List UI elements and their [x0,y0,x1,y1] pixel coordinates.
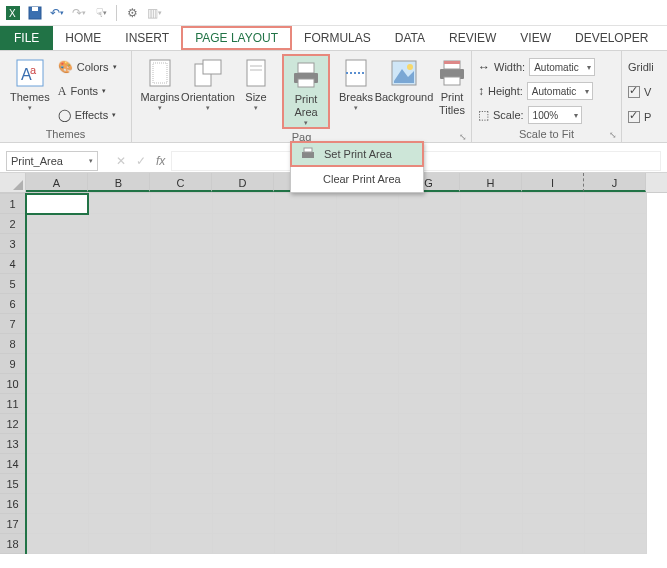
row-header[interactable]: 3 [0,234,26,254]
cell[interactable] [522,534,584,554]
touch-mode-icon[interactable]: ☟▾ [92,4,110,22]
background-button[interactable]: Background [382,54,426,129]
cell[interactable] [336,414,398,434]
cell[interactable] [522,234,584,254]
cell[interactable] [150,454,212,474]
cell[interactable] [88,394,150,414]
row-header[interactable]: 16 [0,494,26,514]
column-header[interactable]: J [584,173,646,192]
cell[interactable] [26,254,88,274]
cell[interactable] [522,474,584,494]
cell[interactable] [88,434,150,454]
row-header[interactable]: 17 [0,514,26,534]
cell[interactable] [150,354,212,374]
cell[interactable] [460,394,522,414]
tab-insert[interactable]: INSERT [113,26,181,50]
cell[interactable] [460,414,522,434]
cells-table[interactable]: 123456789101112131415161718 [0,193,647,554]
row-header[interactable]: 10 [0,374,26,394]
cell[interactable] [460,534,522,554]
cell[interactable] [584,354,646,374]
scale-launcher[interactable]: ⤡ [609,128,617,142]
cell[interactable] [336,194,398,214]
cell[interactable] [398,334,460,354]
cell[interactable] [212,194,274,214]
cell[interactable] [522,374,584,394]
cell[interactable] [460,474,522,494]
cell[interactable] [460,334,522,354]
cell[interactable] [88,334,150,354]
name-box[interactable]: Print_Area▾ [6,151,98,171]
cell[interactable] [274,394,336,414]
tab-home[interactable]: HOME [53,26,113,50]
cell[interactable] [336,494,398,514]
column-header[interactable]: C [150,173,212,192]
cell[interactable] [336,334,398,354]
cell[interactable] [522,414,584,434]
gridlines-view-checkbox[interactable] [628,86,640,98]
row-header[interactable]: 9 [0,354,26,374]
cell[interactable] [26,454,88,474]
cell[interactable] [150,474,212,494]
cancel-formula-icon[interactable]: ✕ [116,154,126,168]
tab-view[interactable]: VIEW [508,26,563,50]
row-header[interactable]: 5 [0,274,26,294]
column-header[interactable]: B [88,173,150,192]
cell[interactable] [26,474,88,494]
cell[interactable] [398,354,460,374]
cell[interactable] [150,414,212,434]
cell[interactable] [26,274,88,294]
cell[interactable] [584,434,646,454]
cell[interactable] [274,294,336,314]
cell[interactable] [584,394,646,414]
cell[interactable] [212,434,274,454]
cell[interactable] [88,314,150,334]
cell[interactable] [212,394,274,414]
cell[interactable] [398,394,460,414]
cell[interactable] [460,434,522,454]
cell[interactable] [212,374,274,394]
cell[interactable] [26,374,88,394]
cell[interactable] [522,194,584,214]
cell[interactable] [212,354,274,374]
cell[interactable] [88,514,150,534]
scale-select[interactable]: 100% [528,106,582,124]
cell[interactable] [398,274,460,294]
row-header[interactable]: 2 [0,214,26,234]
cell[interactable] [584,474,646,494]
cell[interactable] [336,534,398,554]
cell[interactable] [274,214,336,234]
select-all-corner[interactable] [0,173,26,192]
cell[interactable] [460,274,522,294]
row-header[interactable]: 6 [0,294,26,314]
qat-custom-icon-1[interactable]: ⚙ [123,4,141,22]
cell[interactable] [398,434,460,454]
cell[interactable] [584,374,646,394]
tab-formulas[interactable]: FORMULAS [292,26,383,50]
cell[interactable] [88,234,150,254]
cell[interactable] [88,294,150,314]
cell[interactable] [212,454,274,474]
cell[interactable] [26,234,88,254]
cell[interactable] [150,274,212,294]
cell[interactable] [274,494,336,514]
cell[interactable] [88,534,150,554]
print-area-button[interactable]: Print Area▾ [282,54,330,129]
cell[interactable] [88,374,150,394]
cell[interactable] [460,194,522,214]
cell[interactable] [212,514,274,534]
cell[interactable] [398,474,460,494]
cell[interactable] [336,234,398,254]
cell[interactable] [26,194,88,214]
cell[interactable] [88,474,150,494]
row-header[interactable]: 7 [0,314,26,334]
cell[interactable] [274,274,336,294]
cell[interactable] [584,274,646,294]
cell[interactable] [336,294,398,314]
cell[interactable] [336,354,398,374]
cell[interactable] [274,314,336,334]
cell[interactable] [212,214,274,234]
fx-icon[interactable]: fx [156,154,165,168]
cell[interactable] [522,434,584,454]
themes-button[interactable]: Aa Themes▾ [6,54,54,126]
